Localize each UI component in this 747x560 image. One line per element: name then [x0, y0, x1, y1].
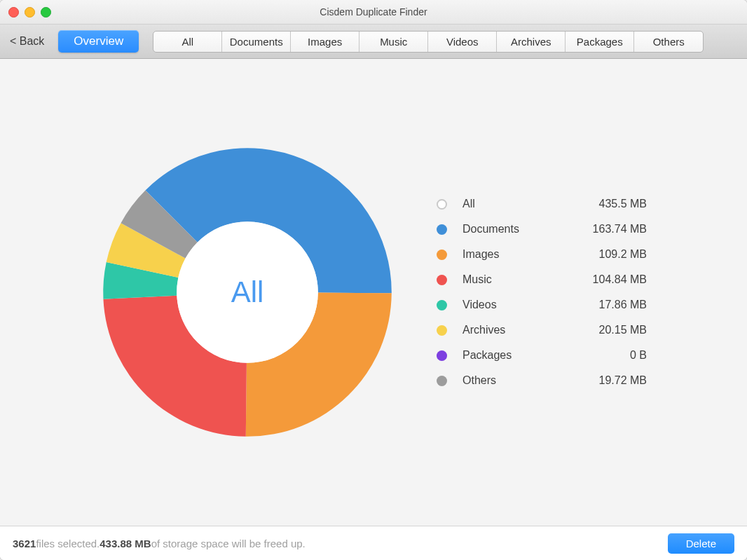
legend-dot-icon	[437, 275, 447, 285]
window-title: Cisdem Duplicate Finder	[0, 6, 747, 18]
overview-button[interactable]: Overview	[58, 30, 139, 53]
legend-label: Music	[462, 273, 570, 286]
titlebar: Cisdem Duplicate Finder	[0, 0, 747, 25]
donut-chart: All	[100, 145, 395, 439]
legend-item-archives[interactable]: Archives20.15 MB	[437, 324, 647, 336]
footer: 3621 files selected. 433.88 MB of storag…	[0, 526, 747, 560]
footer-files-text: files selected.	[36, 538, 100, 549]
legend-dot-icon	[437, 376, 447, 386]
tab-packages[interactable]: Packages	[566, 32, 634, 52]
legend-label: Packages	[462, 349, 570, 362]
legend-dot-icon	[437, 250, 447, 260]
legend-dot-icon	[437, 350, 447, 361]
legend-item-documents[interactable]: Documents163.74 MB	[437, 223, 647, 235]
legend-item-all[interactable]: All435.5 MB	[437, 198, 647, 210]
app-window: Cisdem Duplicate Finder < Back Overview …	[0, 0, 747, 560]
tab-music[interactable]: Music	[359, 32, 428, 52]
tab-all[interactable]: All	[153, 32, 222, 52]
legend-label: Documents	[462, 223, 570, 235]
legend-value: 17.86 MB	[570, 299, 647, 311]
legend-item-images[interactable]: Images109.2 MB	[437, 248, 647, 261]
legend-label: Images	[462, 248, 570, 261]
legend-dot-icon	[437, 199, 447, 210]
back-button[interactable]: < Back	[10, 35, 44, 48]
tab-others[interactable]: Others	[634, 32, 703, 52]
footer-size-text: of storage space will be freed up.	[151, 538, 306, 549]
delete-button[interactable]: Delete	[668, 533, 734, 554]
footer-file-count: 3621	[13, 538, 36, 549]
legend-label: Videos	[462, 299, 570, 311]
legend-dot-icon	[437, 325, 447, 336]
category-segmented-control: AllDocumentsImagesMusicVideosArchivesPac…	[153, 31, 704, 53]
legend-item-videos[interactable]: Videos17.86 MB	[437, 299, 647, 311]
tab-images[interactable]: Images	[291, 32, 359, 52]
main-content: All All435.5 MBDocuments163.74 MBImages1…	[0, 59, 747, 526]
legend-dot-icon	[437, 300, 447, 310]
legend-label: All	[462, 198, 570, 210]
legend-value: 20.15 MB	[570, 324, 647, 336]
tab-videos[interactable]: Videos	[428, 32, 497, 52]
legend-value: 19.72 MB	[570, 374, 647, 387]
legend-value: 435.5 MB	[570, 198, 647, 210]
legend-label: Others	[462, 374, 570, 387]
legend-value: 163.74 MB	[570, 223, 647, 235]
legend-value: 0 B	[570, 349, 647, 362]
legend-item-music[interactable]: Music104.84 MB	[437, 273, 647, 286]
legend-value: 109.2 MB	[570, 248, 647, 261]
legend-item-packages[interactable]: Packages0 B	[437, 349, 647, 362]
legend: All435.5 MBDocuments163.74 MBImages109.2…	[437, 198, 647, 387]
legend-dot-icon	[437, 224, 447, 235]
footer-size: 433.88 MB	[100, 538, 151, 549]
donut-center	[177, 221, 318, 363]
legend-label: Archives	[462, 324, 570, 336]
tab-archives[interactable]: Archives	[497, 32, 566, 52]
legend-value: 104.84 MB	[570, 273, 647, 286]
legend-item-others[interactable]: Others19.72 MB	[437, 374, 647, 387]
toolbar: < Back Overview AllDocumentsImagesMusicV…	[0, 25, 747, 59]
tab-documents[interactable]: Documents	[222, 32, 291, 52]
